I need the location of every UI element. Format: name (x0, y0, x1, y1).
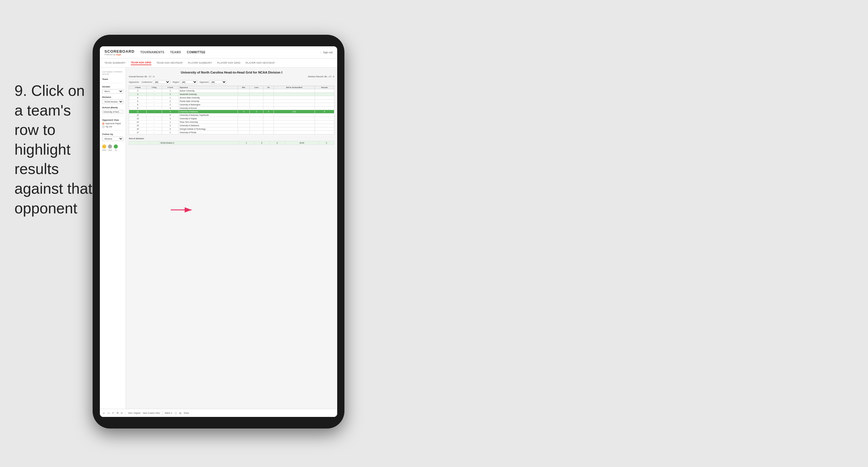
table-cell: - (147, 93, 162, 96)
table-row[interactable]: 14-1Texas Tech University (129, 120, 334, 124)
h2h-table: # Rank # Reg # Conf Opponent Win Loss Ti… (129, 86, 334, 134)
opponent-name: Vanderbilt University (179, 93, 238, 96)
logo-scoreboard: SCOREBOARD (104, 49, 134, 54)
overall-record: Overall Record: 89 - 17 - 0 (129, 75, 154, 78)
table-cell (249, 96, 264, 99)
back-icon[interactable]: ↶ (112, 412, 114, 415)
table-cell: - (147, 99, 162, 103)
table-cell (264, 107, 274, 110)
table-row[interactable]: 4-1Arizona State University (129, 96, 334, 99)
table-row[interactable]: 9-3University of Arizona (129, 107, 334, 110)
division-select[interactable]: NCAA Division I (102, 99, 123, 104)
opponent-select[interactable]: (All) (209, 80, 227, 84)
save-custom-view-button[interactable]: Save Custom View (143, 412, 160, 414)
legend-up: Up (114, 144, 118, 151)
opponent-label: Opponent (200, 81, 209, 83)
table-cell: - (147, 103, 162, 107)
tab-player-h2h-heatmap[interactable]: PLAYER H2H HEATMAP (246, 61, 275, 65)
table-cell: - (147, 117, 162, 120)
school-label: School (Rank) (102, 106, 123, 109)
gender-select[interactable]: Men's (102, 89, 123, 93)
table-cell: - (147, 114, 162, 117)
table-cell (238, 107, 249, 110)
radio-opponents-played[interactable]: Opponents Played (102, 122, 123, 125)
table-cell (274, 107, 315, 110)
tab-team-summary[interactable]: TEAM SUMMARY (104, 61, 126, 65)
table-cell (274, 131, 315, 134)
table-cell (315, 114, 334, 117)
table-cell: 16 (129, 127, 147, 131)
col-opponent: Opponent (179, 86, 238, 89)
table-row[interactable]: 2-1Auburn University (129, 89, 334, 93)
nav-committee[interactable]: COMMITTEE (187, 50, 206, 54)
table-row[interactable]: 13-3University of Virginia (129, 117, 334, 120)
undo-icon[interactable]: ↩ (103, 412, 105, 415)
table-cell (315, 99, 334, 103)
opponent-name: University of Florida (179, 131, 238, 134)
tab-team-h2h-heatmap[interactable]: TEAM H2H HEATMAP (157, 61, 183, 65)
opponent-name: University of Virginia (179, 117, 238, 120)
table-cell (238, 96, 249, 99)
tab-team-h2h-grid[interactable]: TEAM H2H GRID (131, 60, 151, 65)
redo-icon[interactable]: ↪ (107, 412, 110, 415)
table-cell (238, 124, 249, 127)
updated-label: Last Updated: 27/03/2024 (102, 71, 122, 73)
ood-division: NCAA Division II (159, 141, 239, 145)
table-cell: 17 (129, 131, 147, 134)
gender-label: Gender (102, 85, 123, 88)
tab-player-h2h-grid[interactable]: PLAYER H2H GRID (217, 61, 240, 65)
table-row[interactable]: 12-6University of Arkansas, Fayetteville (129, 114, 334, 117)
updated-time: 16:55:38 (102, 73, 109, 75)
copy-icon[interactable]: ⧉ (117, 411, 118, 415)
table-cell: 13 (129, 117, 147, 120)
table-cell: 8 (129, 103, 147, 107)
table-cell (249, 93, 264, 96)
radio-dot-top100 (102, 126, 104, 128)
watch-button[interactable]: Watch ▾ (165, 412, 172, 414)
toolbar-icon-2[interactable]: ⊞ (179, 412, 182, 415)
table-cell: 12 (129, 114, 147, 117)
share-button[interactable]: Share (184, 412, 189, 414)
nav-teams[interactable]: TEAMS (170, 50, 181, 54)
toolbar-icon-1[interactable]: ⬡ (175, 412, 177, 415)
sign-out-button[interactable]: Sign out (323, 51, 333, 54)
division-label: Division (102, 96, 123, 98)
table-row[interactable]: 8-2University of Washington (129, 103, 334, 107)
table-row[interactable]: 3-2Vanderbilt University (129, 93, 334, 96)
logo-brand: clippi (116, 54, 121, 56)
col-diff: Diff Av Strokes/Rnd (274, 86, 315, 89)
filter-conference: Conference (All) (142, 80, 170, 84)
table-cell (264, 114, 274, 117)
table-row[interactable]: 6-2Florida State University (129, 99, 334, 103)
table-cell (249, 107, 264, 110)
opponent-view-label: Opponent View (102, 119, 123, 121)
region-select[interactable]: (All) (180, 80, 197, 84)
table-cell: 8 (315, 110, 334, 114)
table-row[interactable]: 16-4Georgia Institute of Technology (129, 127, 334, 131)
view-original-button[interactable]: View: Original (128, 412, 141, 414)
refresh-icon[interactable]: ⟳ (121, 412, 123, 415)
nav-tournaments[interactable]: TOURNAMENTS (141, 50, 164, 54)
colour-by-select[interactable]: Win/loss (102, 137, 123, 141)
table-cell (274, 93, 315, 96)
legend-down-label: Down (102, 149, 106, 151)
tab-player-summary[interactable]: PLAYER SUMMARY (188, 61, 212, 65)
tablet-screen: SCOREBOARD Powered by clippi TOURNAMENTS… (100, 46, 337, 417)
table-cell: - (147, 124, 162, 127)
table-row[interactable]: 11-5University of Alabama3002.618 (129, 110, 334, 114)
table-cell: 2 (162, 99, 179, 103)
table-row[interactable]: 15-2University of Oklahoma (129, 124, 334, 127)
opponent-name: Auburn University (179, 89, 238, 93)
table-cell: 2 (162, 124, 179, 127)
colour-by-label: Colour by (102, 133, 123, 136)
radio-top100[interactable]: Top 100 (102, 126, 123, 128)
table-row[interactable]: 17-1University of Florida (129, 131, 334, 134)
table-cell (238, 103, 249, 107)
ood-conf (149, 141, 159, 145)
table-cell (315, 89, 334, 93)
legend-down-circle (102, 144, 106, 148)
instruction-step: 9. (14, 82, 27, 99)
conference-select[interactable]: (All) (153, 80, 170, 84)
filters-row: Opponents: Conference (All) Region (All) (129, 80, 334, 84)
team-label: Team (102, 78, 123, 81)
